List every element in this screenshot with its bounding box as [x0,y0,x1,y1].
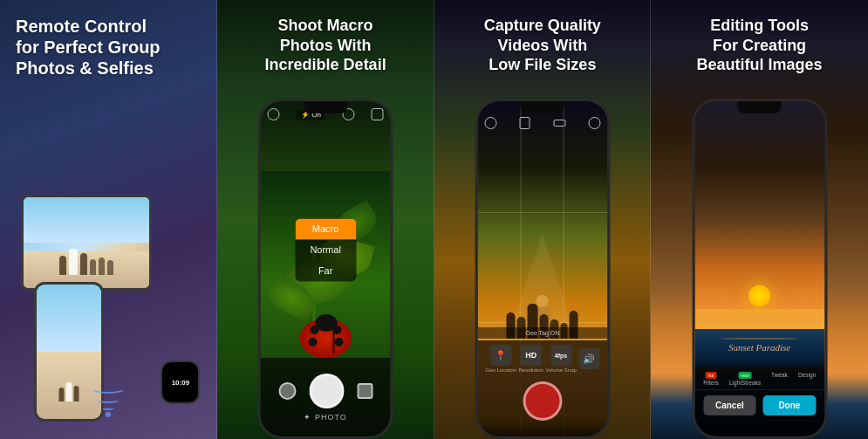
panel-video: Capture Quality Videos With Low File Siz… [434,0,652,439]
filter-tab-design[interactable]: Design [798,372,816,386]
device-group: 10:09 [12,195,204,422]
done-button[interactable]: Done [763,395,817,415]
volume-snap-control[interactable]: 🔊 [578,348,599,369]
wave-small [101,405,115,410]
panel-editing: Editing Tools For Creating Beautiful Ima… [651,0,868,439]
filter-tab-lightstreaks[interactable]: new LightStreaks [729,372,761,386]
video-shutter-area [477,377,607,428]
lightstreaks-label: LightStreaks [729,380,761,386]
iphone-mockup-panel3: Geo Tag ON 📍 Geo Location [475,99,610,439]
fps-control[interactable]: 4fps Volume Snap [545,345,577,373]
sun [748,285,770,306]
panel-macro: Shoot Macro Photos With Incredible Detai… [217,0,434,439]
panel-4-title: Editing Tools For Creating Beautiful Ima… [664,16,855,75]
watch-mockup: 10:09 [161,360,200,404]
sunset-background: Sunset Paradise hot Filters new LightStr… [694,101,824,436]
camera-buttons [278,374,372,408]
iphone-mockup-panel2: ⚡ On [258,99,393,439]
panel-3-text: Capture Quality Videos With Low File Siz… [434,0,652,75]
wave-medium [96,395,120,403]
video-bottom-ui: 📍 Geo Location HD Resolution [477,340,607,436]
macro-option-macro[interactable]: Macro [295,218,356,239]
video-background: Geo Tag ON 📍 Geo Location [477,101,607,436]
filters-label: Filters [703,380,719,386]
grid-h1 [477,212,607,213]
action-buttons: Cancel Done [694,390,824,419]
panel-1-title: Remote Control for Perfect Group Photos … [16,16,204,79]
title-line-2: for Perfect Group [16,38,161,57]
geo-location-control[interactable]: 📍 Geo Location [486,345,517,373]
filter-tab-filters[interactable]: hot Filters [703,372,719,386]
panel-2-title: Shoot Macro Photos With Incredible Detai… [230,16,421,75]
geo-tag-bar: Geo Tag ON [477,327,607,339]
ratio-icon [553,120,565,127]
ladybug-dot-3 [308,338,317,346]
flash-icon [520,117,530,129]
title-line-1: Remote Control [16,17,147,36]
title-line-3: Photos & Selfies [16,58,154,78]
hd-control[interactable]: HD Resolution [519,345,543,373]
sunset-label: Sunset Paradise [728,342,790,353]
video-record-button[interactable] [357,383,372,399]
panel-4-text: Editing Tools For Creating Beautiful Ima… [651,0,868,75]
volume-icon: 🔊 [583,353,595,365]
geo-location-label: Geo Location [486,367,517,373]
geo-tag-text: Geo Tag ON [525,330,559,336]
design-label: Design [798,372,816,378]
title-line-3: Low File Sizes [489,56,596,73]
panel-2-text: Shoot Macro Photos With Incredible Detai… [217,0,434,75]
iphone-screen-panel3: Geo Tag ON 📍 Geo Location [477,101,607,436]
filter-tab-tweak[interactable]: Tweak [771,372,788,386]
ladybug-dot-4 [334,338,343,346]
settings-icon [372,108,384,120]
tablet-mockup [21,195,152,291]
title-line-3: Beautiful Images [697,56,823,73]
title-line-2: Videos With [498,37,588,54]
camera-ui: ✦ PHOTO [261,358,391,436]
photo-mode-label: ✦ PHOTO [304,413,346,422]
horizon-line [694,326,824,326]
cancel-button[interactable]: Cancel [703,395,756,415]
volume-label: Volume Snap [545,367,577,373]
hd-icon: HD [521,345,542,366]
panel-remote-control: Remote Control for Perfect Group Photos … [0,0,217,439]
concert-scene [477,251,607,339]
resolution-label: Resolution [519,367,543,373]
filter-tabs: hot Filters new LightStreaks Tweak [694,367,824,390]
record-button[interactable] [523,381,562,421]
ladybug-head [315,314,337,332]
watch-screen: 10:09 [162,362,198,402]
iphone-screen-panel4: Sunset Paradise hot Filters new LightStr… [694,101,824,436]
tablet-screen [24,197,149,288]
camera-flip-icon [268,108,280,120]
fps-icon: 4fps [550,345,571,366]
title-line-3: Incredible Detail [265,56,386,73]
video-mode-button[interactable] [278,382,296,400]
macro-option-far[interactable]: Far [295,260,356,281]
phone-notch-p4 [738,101,782,113]
tweak-label: Tweak [771,372,788,378]
panel-3-title: Capture Quality Videos With Low File Siz… [448,16,639,75]
hot-badge: hot [706,372,717,379]
shutter-button[interactable] [309,374,344,408]
title-line-1: Shoot Macro [278,17,373,34]
title-line-2: Photos With [280,37,372,54]
signal-waves [91,383,126,417]
cam-flip-icon [484,117,496,129]
new-badge: new [738,372,751,379]
editing-bottom-bar: hot Filters new LightStreaks Tweak [694,367,824,436]
iphone-screen-panel2: ⚡ On [261,101,391,436]
geo-location-icon: 📍 [490,345,511,366]
phone-notch [304,101,347,113]
macro-option-normal[interactable]: Normal [295,239,356,260]
panel-1-text: Remote Control for Perfect Group Photos … [0,0,217,79]
volume-snap-icon: 🔊 [578,348,599,369]
macro-menu: Macro Normal Far [295,218,356,281]
title-line-1: Capture Quality [484,17,601,34]
wave-large [91,383,126,394]
fps-badge: 4fps [555,353,567,359]
app-panels: Remote Control for Perfect Group Photos … [0,0,868,439]
iphone-mockup-panel4: Sunset Paradise hot Filters new LightStr… [692,99,827,439]
video-top-bar [484,117,600,129]
timer-icon-p3 [588,117,600,129]
